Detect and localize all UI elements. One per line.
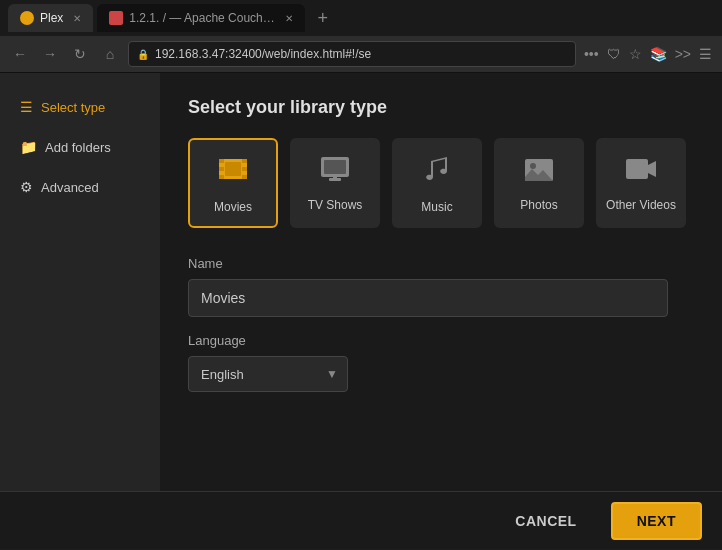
tab-bar: Plex ✕ 1.2.1. / — Apache Couch… ✕ + [0,0,722,36]
tab-plex-label: Plex [40,11,63,25]
tv-icon [319,155,351,190]
other-videos-icon [624,155,658,190]
svg-rect-11 [333,177,337,179]
back-button[interactable]: ← [8,42,32,66]
language-field-group: Language English French German Spanish I… [188,333,694,412]
name-label: Name [188,256,694,271]
music-icon [423,153,451,192]
reload-button[interactable]: ↻ [68,42,92,66]
svg-rect-6 [242,175,247,179]
name-field-group: Name [188,256,694,333]
page-title: Select your library type [188,97,694,118]
cancel-button[interactable]: CANCEL [491,502,600,540]
language-select-wrapper: English French German Spanish Italian Ja… [188,356,348,392]
action-bar: CANCEL NEXT [0,491,722,549]
apache-favicon [109,11,123,25]
sidebar-item-add-folders-label: Add folders [45,140,111,155]
movies-icon [217,153,249,192]
sidebar-item-select-type[interactable]: ☰ Select type [4,89,156,125]
url-bar[interactable]: 🔒 192.168.3.47:32400/web/index.html#!/se [128,41,576,67]
library-type-other-videos[interactable]: Other Videos [596,138,686,228]
shield-icon[interactable]: 🛡 [605,44,623,64]
overflow-menu-icon[interactable]: ••• [582,44,601,64]
library-type-movies[interactable]: Movies [188,138,278,228]
photos-icon [523,155,555,190]
new-tab-button[interactable]: + [309,4,337,32]
url-text: 192.168.3.47:32400/web/index.html#!/se [155,47,371,61]
svg-rect-4 [242,167,247,171]
library-types-grid: Movies TV Shows [188,138,694,228]
sidebar-item-advanced-label: Advanced [41,180,99,195]
gear-icon: ⚙ [20,179,33,195]
svg-rect-14 [626,159,648,179]
library-type-tv-shows[interactable]: TV Shows [290,138,380,228]
other-videos-label: Other Videos [606,198,676,212]
svg-rect-1 [219,159,224,163]
sidebar-item-add-folders[interactable]: 📁 Add folders [4,129,156,165]
tab-apache-close[interactable]: ✕ [285,13,293,24]
sidebar-item-advanced[interactable]: ⚙ Advanced [4,169,156,205]
main-content: Select your library type [160,73,722,549]
sidebar: ☰ Select type 📁 Add folders ⚙ Advanced S… [0,73,160,549]
plex-favicon [20,11,34,25]
bookmark-icon[interactable]: ☆ [627,44,644,64]
music-label: Music [421,200,452,214]
svg-rect-9 [324,160,346,174]
lock-icon: 🔒 [137,49,149,60]
app-container: ☰ Select type 📁 Add folders ⚙ Advanced S… [0,73,722,549]
language-label: Language [188,333,694,348]
photos-label: Photos [520,198,557,212]
svg-rect-3 [219,167,224,171]
language-select[interactable]: English French German Spanish Italian Ja… [188,356,348,392]
library-type-music[interactable]: Music [392,138,482,228]
browser-chrome: Plex ✕ 1.2.1. / — Apache Couch… ✕ + ← → … [0,0,722,73]
folder-icon: 📁 [20,139,37,155]
svg-rect-2 [242,159,247,163]
next-button[interactable]: NEXT [611,502,702,540]
movies-label: Movies [214,200,252,214]
bookmarks-list-icon[interactable]: 📚 [648,44,669,64]
menu-icon[interactable]: ☰ [697,44,714,64]
home-button[interactable]: ⌂ [98,42,122,66]
nav-icons: ••• 🛡 ☆ 📚 >> ☰ [582,44,714,64]
svg-rect-5 [219,175,224,179]
tv-shows-label: TV Shows [308,198,363,212]
tab-apache-label: 1.2.1. / — Apache Couch… [129,11,274,25]
svg-point-13 [530,163,536,169]
address-bar: ← → ↻ ⌂ 🔒 192.168.3.47:32400/web/index.h… [0,36,722,72]
tab-plex-close[interactable]: ✕ [73,13,81,24]
tab-plex[interactable]: Plex ✕ [8,4,93,32]
svg-rect-7 [225,162,241,176]
list-icon: ☰ [20,99,33,115]
extensions-icon[interactable]: >> [673,44,693,64]
sidebar-item-select-type-label: Select type [41,100,105,115]
forward-button[interactable]: → [38,42,62,66]
name-input[interactable] [188,279,668,317]
library-type-photos[interactable]: Photos [494,138,584,228]
tab-apache[interactable]: 1.2.1. / — Apache Couch… ✕ [97,4,304,32]
